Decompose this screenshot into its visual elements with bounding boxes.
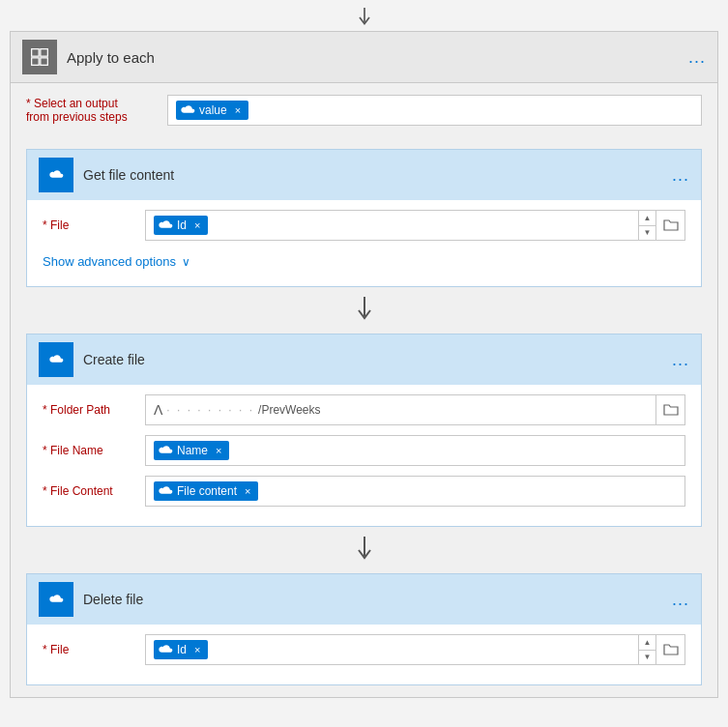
get-file-content-icon-box xyxy=(39,158,73,192)
file-name-label: * File Name xyxy=(43,444,130,457)
show-advanced-chevron: ∨ xyxy=(182,255,190,269)
file-name-tag-close[interactable]: × xyxy=(216,445,221,456)
delete-file-id-tag-close[interactable]: × xyxy=(194,644,200,655)
file-content-label: * File Content xyxy=(43,484,130,498)
get-file-input-wrapper: Id × ▲ ▼ xyxy=(145,210,685,241)
delete-file-body: * File Id × xyxy=(27,625,701,684)
show-advanced-options[interactable]: Show advanced options ∨ xyxy=(43,250,685,276)
get-file-content-body: * File Id × xyxy=(27,200,701,286)
value-tag: value × xyxy=(176,101,248,120)
get-file-input-controls: ▲ ▼ xyxy=(639,210,656,241)
create-file-title: Create file xyxy=(83,352,145,367)
get-file-id-tag-label: Id xyxy=(177,218,187,232)
delete-file-header-left: Delete file xyxy=(39,582,143,617)
delete-file-id-tag: Id × xyxy=(154,640,208,659)
value-tag-label: value xyxy=(199,103,227,117)
delete-file-scroll-down[interactable]: ▼ xyxy=(639,651,655,665)
get-file-id-tag-close[interactable]: × xyxy=(194,219,200,231)
delete-file-file-row: * File Id × xyxy=(43,634,685,665)
delete-file-id-tag-label: Id xyxy=(177,643,187,656)
get-file-folder-btn[interactable] xyxy=(656,210,685,241)
select-output-row: * Select an outputfrom previous steps va… xyxy=(11,83,717,137)
delete-file-icon-box xyxy=(39,582,73,617)
delete-file-title: Delete file xyxy=(83,592,143,607)
create-file-folder-row: * Folder Path Λ · · · · · · · · · /PrevW… xyxy=(43,394,685,425)
create-file-block: Create file ... * Folder Path Λ · · · · … xyxy=(26,334,702,527)
svg-rect-1 xyxy=(32,49,40,57)
get-file-content-title: Get file content xyxy=(83,167,174,183)
file-content-input[interactable]: File content × xyxy=(145,476,685,507)
get-file-scroll-down[interactable]: ▼ xyxy=(639,226,655,241)
apply-header-left: Apply to each xyxy=(22,40,155,74)
create-file-content-row: * File Content File content × xyxy=(43,476,685,507)
get-file-content-header: Get file content ... xyxy=(27,150,701,200)
delete-file-input-controls: ▲ ▼ xyxy=(639,634,656,665)
folder-path-folder-btn[interactable] xyxy=(656,394,685,425)
svg-rect-3 xyxy=(32,58,40,66)
folder-path-input-wrapper: Λ · · · · · · · · · /PrevWeeks xyxy=(145,394,685,425)
folder-path-input[interactable]: Λ · · · · · · · · · /PrevWeeks xyxy=(145,394,656,425)
delete-file-scroll-up[interactable]: ▲ xyxy=(639,635,655,651)
arrow-create-to-delete xyxy=(26,527,702,573)
get-file-label: * File xyxy=(43,218,130,232)
delete-file-block: Delete file ... * File xyxy=(26,573,702,685)
file-name-tag: Name × xyxy=(154,441,229,460)
inner-content: Get file content ... * File xyxy=(11,137,717,697)
delete-file-header: Delete file ... xyxy=(27,574,701,625)
svg-rect-4 xyxy=(41,58,48,66)
apply-to-each-header: Apply to each ... xyxy=(11,32,717,83)
page-wrapper: Apply to each ... * Select an outputfrom… xyxy=(0,0,728,698)
get-file-content-block: Get file content ... * File xyxy=(26,149,702,287)
delete-file-folder-btn[interactable] xyxy=(656,634,685,665)
folder-path-dots: · · · · · · · · · xyxy=(166,403,254,417)
delete-file-input-wrapper: Id × ▲ ▼ xyxy=(145,634,685,665)
file-content-tag: File content × xyxy=(154,481,258,501)
folder-path-prefix: Λ xyxy=(154,402,162,418)
apply-to-each-title: Apply to each xyxy=(67,49,155,66)
folder-path-label: * Folder Path xyxy=(43,403,130,417)
value-tag-close[interactable]: × xyxy=(235,104,241,116)
delete-file-more-options[interactable]: ... xyxy=(672,590,689,610)
arrow-get-to-create xyxy=(26,287,702,334)
top-arrow xyxy=(0,0,728,31)
delete-file-input[interactable]: Id × xyxy=(145,634,639,665)
file-content-tag-close[interactable]: × xyxy=(245,485,250,497)
delete-file-label: * File xyxy=(43,643,130,656)
file-content-tag-label: File content xyxy=(177,484,237,498)
create-file-header: Create file ... xyxy=(27,334,701,385)
apply-to-each-more-options[interactable]: ... xyxy=(688,47,706,68)
get-file-content-file-row: * File Id × xyxy=(43,210,685,241)
get-file-id-tag: Id × xyxy=(154,216,208,235)
folder-path-value: /PrevWeeks xyxy=(258,403,320,417)
create-file-more-options[interactable]: ... xyxy=(672,350,689,370)
create-file-header-left: Create file xyxy=(39,342,145,377)
get-file-input[interactable]: Id × xyxy=(145,210,639,241)
file-name-input[interactable]: Name × xyxy=(145,435,685,466)
get-file-content-header-left: Get file content xyxy=(39,158,174,192)
select-output-label: * Select an outputfrom previous steps xyxy=(26,97,152,124)
svg-rect-2 xyxy=(41,49,48,57)
apply-to-each-container: Apply to each ... * Select an outputfrom… xyxy=(10,31,718,698)
apply-to-each-icon xyxy=(22,40,57,74)
show-advanced-label: Show advanced options xyxy=(43,254,176,269)
create-file-body: * Folder Path Λ · · · · · · · · · /PrevW… xyxy=(27,385,701,526)
file-name-tag-label: Name xyxy=(177,444,208,457)
get-file-scroll-up[interactable]: ▲ xyxy=(639,211,655,226)
get-file-content-more-options[interactable]: ... xyxy=(672,165,689,186)
create-file-name-row: * File Name Name × xyxy=(43,435,685,466)
select-output-input[interactable]: value × xyxy=(167,95,702,126)
create-file-icon-box xyxy=(39,342,73,377)
